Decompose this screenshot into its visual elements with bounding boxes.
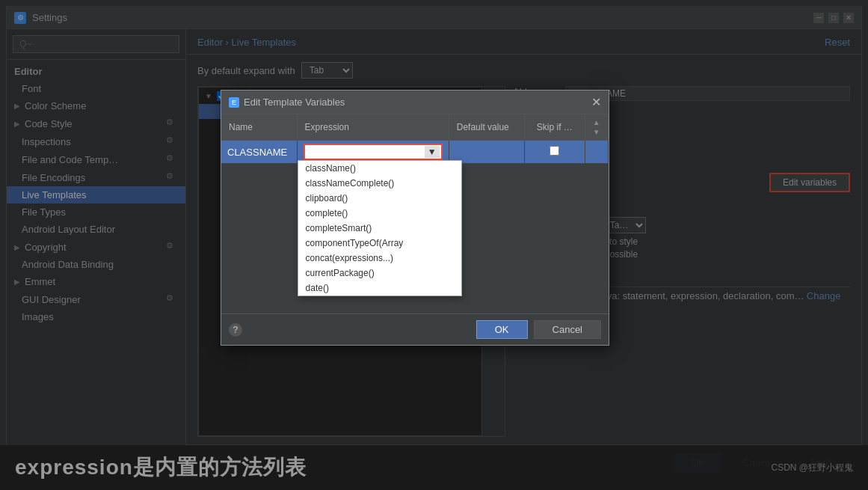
skip-checkbox[interactable] bbox=[550, 146, 559, 156]
var-expr-cell[interactable]: ▼ className() classNameComplete() clipbo… bbox=[297, 141, 449, 164]
dropdown-item-clipboard[interactable]: clipboard() bbox=[298, 191, 461, 206]
var-skip-cell[interactable] bbox=[524, 141, 585, 164]
dialog-title-text: Edit Template Variables bbox=[244, 97, 345, 108]
dropdown-item-complete[interactable]: complete() bbox=[298, 206, 461, 221]
dropdown-item-classname[interactable]: className() bbox=[298, 161, 461, 176]
dropdown-item-completesmart[interactable]: completeSmart() bbox=[298, 221, 461, 236]
dialog-ok-button[interactable]: OK bbox=[476, 320, 528, 339]
sort-actions bbox=[585, 141, 608, 164]
expr-input-wrapper: ▼ bbox=[304, 144, 443, 160]
dialog-footer: ? OK Cancel bbox=[221, 313, 609, 345]
sort-down-icon[interactable]: ▼ bbox=[593, 128, 600, 136]
dropdown-item-concat[interactable]: concat(expressions...) bbox=[298, 251, 461, 266]
dropdown-item-classnamecomplete[interactable]: classNameComplete() bbox=[298, 176, 461, 191]
table-row[interactable]: CLASSNAME ▼ className() class bbox=[221, 141, 609, 164]
dialog-body: Name Expression Default value Skip if … … bbox=[221, 114, 609, 164]
dialog-title-bar: E Edit Template Variables ✕ bbox=[221, 91, 609, 114]
edit-template-variables-dialog: E Edit Template Variables ✕ Name Express… bbox=[221, 90, 609, 346]
dialog-close-button[interactable]: ✕ bbox=[591, 95, 601, 109]
col-name: Name bbox=[221, 114, 297, 141]
dropdown-item-componenttypeof[interactable]: componentTypeOf(Array bbox=[298, 236, 461, 251]
var-name: CLASSNAME bbox=[227, 147, 287, 158]
expr-dropdown-list: className() classNameComplete() clipboar… bbox=[298, 160, 462, 296]
dialog-title: E Edit Template Variables bbox=[229, 97, 345, 108]
sort-col: ▲ ▼ bbox=[585, 114, 608, 141]
col-skip: Skip if … bbox=[524, 114, 585, 141]
expr-input[interactable] bbox=[307, 146, 425, 158]
sort-up-icon[interactable]: ▲ bbox=[593, 118, 600, 126]
dialog-cancel-button[interactable]: Cancel bbox=[534, 320, 601, 339]
dropdown-item-date[interactable]: date() bbox=[298, 281, 461, 295]
dialog-icon: E bbox=[229, 97, 239, 108]
help-button[interactable]: ? bbox=[229, 323, 242, 337]
var-name-cell: CLASSNAME bbox=[221, 141, 297, 164]
dialog-action-buttons: OK Cancel bbox=[476, 320, 601, 339]
expr-dropdown-button[interactable]: ▼ bbox=[425, 146, 440, 158]
col-default: Default value bbox=[449, 114, 524, 141]
col-expression: Expression bbox=[297, 114, 449, 141]
dialog-overlay: E Edit Template Variables ✕ Name Express… bbox=[0, 0, 868, 490]
variables-table: Name Expression Default value Skip if … … bbox=[221, 114, 609, 164]
dropdown-item-currentpackage[interactable]: currentPackage() bbox=[298, 266, 461, 281]
